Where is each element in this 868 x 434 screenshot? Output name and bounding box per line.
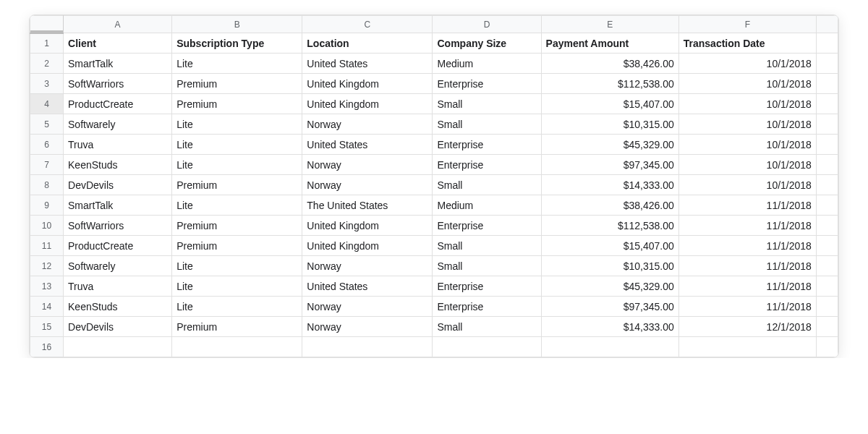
cell-blank[interactable] xyxy=(816,297,838,317)
cell-company-size[interactable]: Enterprise xyxy=(433,155,541,175)
cell-payment-amount[interactable]: $15,407.00 xyxy=(541,94,678,114)
cell-transaction-date[interactable]: 10/1/2018 xyxy=(678,135,816,155)
cell-payment-amount[interactable]: $112,538.00 xyxy=(541,74,678,94)
cell-client[interactable]: Truva xyxy=(64,135,172,155)
cell-location[interactable]: United Kingdom xyxy=(302,74,433,94)
cell-blank[interactable] xyxy=(816,256,838,276)
cell-location[interactable]: Norway xyxy=(302,297,433,317)
cell-location[interactable]: Norway xyxy=(302,175,433,195)
header-payment-amount[interactable]: Payment Amount xyxy=(541,33,678,54)
cell-payment-amount[interactable]: $112,538.00 xyxy=(541,216,678,236)
header-transaction-date[interactable]: Transaction Date xyxy=(678,33,816,54)
cell-location[interactable]: Norway xyxy=(302,256,433,276)
cell-blank[interactable] xyxy=(816,114,838,135)
cell-subscription-type[interactable]: Lite xyxy=(172,256,302,276)
cell-company-size[interactable]: Medium xyxy=(433,195,541,216)
row-header-10[interactable]: 10 xyxy=(30,216,64,236)
row-header-3[interactable]: 3 xyxy=(30,74,64,94)
cell-payment-amount[interactable]: $45,329.00 xyxy=(541,135,678,155)
cell-client[interactable]: SoftWarriors xyxy=(64,216,172,236)
row-header-12[interactable]: 12 xyxy=(30,256,64,276)
cell-payment-amount[interactable]: $14,333.00 xyxy=(541,317,678,337)
col-header-B[interactable]: B xyxy=(172,16,302,33)
col-header-A[interactable]: A xyxy=(64,16,172,33)
cell-location[interactable]: United Kingdom xyxy=(302,236,433,256)
cell-client[interactable]: Truva xyxy=(64,276,172,297)
cell-empty[interactable] xyxy=(433,337,541,357)
cell-company-size[interactable]: Small xyxy=(433,256,541,276)
cell-subscription-type[interactable]: Premium xyxy=(172,94,302,114)
row-header-16[interactable]: 16 xyxy=(30,337,64,357)
cell-empty[interactable] xyxy=(172,337,302,357)
cell-transaction-date[interactable]: 11/1/2018 xyxy=(678,216,816,236)
spreadsheet[interactable]: A B C D E F 1ClientSubscription TypeLoca… xyxy=(29,14,839,358)
cell-blank[interactable] xyxy=(816,54,838,74)
cell-blank[interactable] xyxy=(816,276,838,297)
cell-company-size[interactable]: Small xyxy=(433,317,541,337)
grid[interactable]: A B C D E F 1ClientSubscription TypeLoca… xyxy=(30,15,838,357)
cell-client[interactable]: Softwarely xyxy=(64,256,172,276)
row-header-6[interactable]: 6 xyxy=(30,135,64,155)
cell-company-size[interactable]: Enterprise xyxy=(433,74,541,94)
cell-payment-amount[interactable]: $15,407.00 xyxy=(541,236,678,256)
header-subscription-type[interactable]: Subscription Type xyxy=(172,33,302,54)
cell-transaction-date[interactable]: 10/1/2018 xyxy=(678,175,816,195)
cell-payment-amount[interactable]: $38,426.00 xyxy=(541,195,678,216)
row-header-13[interactable]: 13 xyxy=(30,276,64,297)
cell-blank[interactable] xyxy=(816,135,838,155)
cell-blank[interactable] xyxy=(816,155,838,175)
cell-payment-amount[interactable]: $14,333.00 xyxy=(541,175,678,195)
cell-company-size[interactable]: Medium xyxy=(433,54,541,74)
cell-payment-amount[interactable]: $97,345.00 xyxy=(541,155,678,175)
cell-payment-amount[interactable]: $38,426.00 xyxy=(541,54,678,74)
cell-payment-amount[interactable]: $45,329.00 xyxy=(541,276,678,297)
cell-transaction-date[interactable]: 11/1/2018 xyxy=(678,236,816,256)
col-header-C[interactable]: C xyxy=(302,16,433,33)
cell-company-size[interactable]: Enterprise xyxy=(433,276,541,297)
cell-empty[interactable] xyxy=(541,337,678,357)
cell-subscription-type[interactable]: Lite xyxy=(172,276,302,297)
cell-company-size[interactable]: Small xyxy=(433,236,541,256)
cell-client[interactable]: ProductCreate xyxy=(64,94,172,114)
cell-transaction-date[interactable]: 10/1/2018 xyxy=(678,54,816,74)
cell-transaction-date[interactable]: 11/1/2018 xyxy=(678,297,816,317)
cell-subscription-type[interactable]: Premium xyxy=(172,317,302,337)
cell-transaction-date[interactable]: 10/1/2018 xyxy=(678,114,816,135)
cell-company-size[interactable]: Enterprise xyxy=(433,297,541,317)
cell-blank[interactable] xyxy=(816,74,838,94)
header-client[interactable]: Client xyxy=(64,33,172,54)
cell-blank[interactable] xyxy=(816,195,838,216)
cell-location[interactable]: Norway xyxy=(302,317,433,337)
cell-empty[interactable] xyxy=(64,337,172,357)
row-header-14[interactable]: 14 xyxy=(30,297,64,317)
cell-client[interactable]: SoftWarriors xyxy=(64,74,172,94)
cell-client[interactable]: KeenStuds xyxy=(64,297,172,317)
cell-subscription-type[interactable]: Premium xyxy=(172,74,302,94)
cell-blank[interactable] xyxy=(816,317,838,337)
col-header-D[interactable]: D xyxy=(433,16,541,33)
cell-subscription-type[interactable]: Premium xyxy=(172,175,302,195)
cell-payment-amount[interactable]: $10,315.00 xyxy=(541,114,678,135)
cell-location[interactable]: United States xyxy=(302,54,433,74)
cell-subscription-type[interactable]: Premium xyxy=(172,216,302,236)
cell-payment-amount[interactable]: $97,345.00 xyxy=(541,297,678,317)
cell-client[interactable]: SmartTalk xyxy=(64,195,172,216)
cell-subscription-type[interactable]: Lite xyxy=(172,135,302,155)
cell-subscription-type[interactable]: Lite xyxy=(172,54,302,74)
row-header-2[interactable]: 2 xyxy=(30,54,64,74)
cell-blank[interactable] xyxy=(816,236,838,256)
cell-company-size[interactable]: Small xyxy=(433,175,541,195)
cell-subscription-type[interactable]: Premium xyxy=(172,236,302,256)
row-header-15[interactable]: 15 xyxy=(30,317,64,337)
cell-company-size[interactable]: Enterprise xyxy=(433,216,541,236)
cell-subscription-type[interactable]: Lite xyxy=(172,155,302,175)
cell-client[interactable]: SmartTalk xyxy=(64,54,172,74)
header-location[interactable]: Location xyxy=(302,33,433,54)
cell-transaction-date[interactable]: 11/1/2018 xyxy=(678,256,816,276)
cell-blank[interactable] xyxy=(816,33,838,54)
cell-location[interactable]: Norway xyxy=(302,155,433,175)
cell-empty[interactable] xyxy=(816,337,838,357)
cell-client[interactable]: Softwarely xyxy=(64,114,172,135)
cell-location[interactable]: The United States xyxy=(302,195,433,216)
cell-transaction-date[interactable]: 10/1/2018 xyxy=(678,74,816,94)
